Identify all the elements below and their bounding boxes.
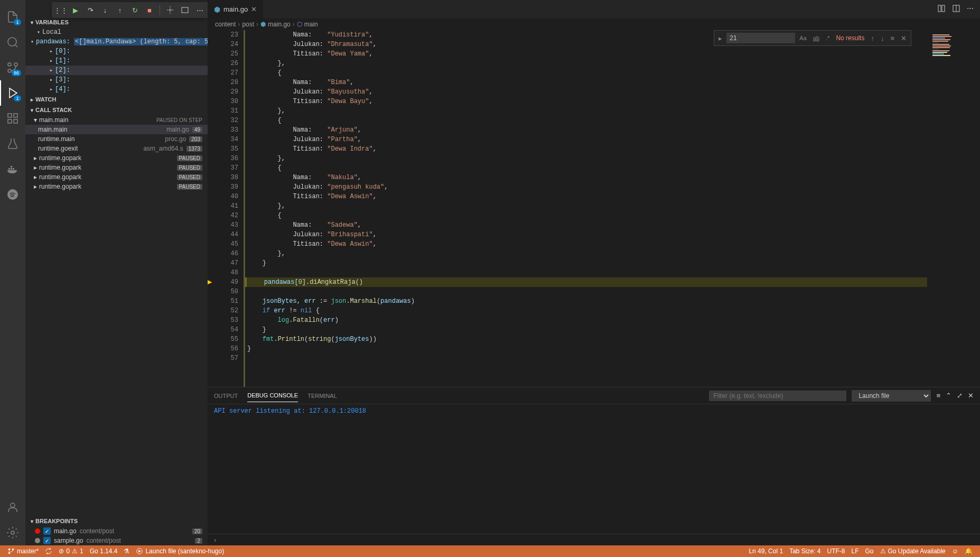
launch-config-select[interactable]: Launch file xyxy=(852,390,931,402)
tab-terminal[interactable]: TERMINAL xyxy=(307,389,337,402)
find-in-selection-icon[interactable]: ≡ xyxy=(888,33,897,43)
close-icon[interactable]: ✕ xyxy=(899,33,909,43)
variables-header[interactable]: ▾ VARIABLES xyxy=(25,17,208,27)
close-panel-icon[interactable]: ✕ xyxy=(968,392,974,400)
thread-item[interactable]: ▸runtime.goparkPAUSED xyxy=(25,172,208,182)
spotify-icon[interactable] xyxy=(0,182,25,207)
chevron-right-icon: › xyxy=(214,536,216,544)
var-item[interactable]: ▸[3]: xyxy=(25,75,208,85)
restart-button[interactable]: ↻ xyxy=(128,3,142,17)
breakpoint-checkbox[interactable]: ✓ xyxy=(43,527,51,535)
maximize-panel-icon[interactable]: ⤢ xyxy=(957,392,963,400)
callstack-header[interactable]: ▾ CALL STACK xyxy=(25,105,208,115)
cursor-position[interactable]: Ln 49, Col 1 xyxy=(745,547,786,555)
settings-gear-icon[interactable] xyxy=(0,520,25,545)
tab-main-go[interactable]: ⬢ main.go ✕ xyxy=(208,0,264,18)
repl-input-row[interactable]: › xyxy=(208,534,980,545)
debug-icon[interactable]: 1 xyxy=(0,80,25,106)
more-actions-icon[interactable]: ⋯ xyxy=(967,4,974,14)
next-match-icon[interactable]: ↓ xyxy=(879,33,886,43)
breadcrumb-segment[interactable]: main xyxy=(304,21,318,28)
eol[interactable]: LF xyxy=(848,547,862,555)
scope-local[interactable]: ▾ Local xyxy=(25,27,208,37)
editor-tabs: ⬢ main.go ✕ ⋯ xyxy=(208,0,980,18)
find-input[interactable] xyxy=(726,33,795,43)
svg-rect-5 xyxy=(8,114,12,117)
stop-button[interactable]: ■ xyxy=(143,3,156,17)
step-over-button[interactable]: ↷ xyxy=(83,3,97,17)
split-editor-icon[interactable] xyxy=(952,4,960,14)
stack-frame[interactable]: main.mainmain.go49 xyxy=(25,125,208,134)
watch-header[interactable]: ▸ WATCH xyxy=(25,94,208,105)
thread-item[interactable]: ▸runtime.goparkPAUSED xyxy=(25,153,208,163)
editor-body[interactable]: ▸ Aa ab .* No results ↑ ↓ ≡ ✕ ▶ 23242526… xyxy=(208,30,980,387)
breakpoint-path: content/post xyxy=(80,527,114,535)
extensions-icon[interactable] xyxy=(0,106,25,131)
clear-console-icon[interactable]: ≡ xyxy=(936,392,940,400)
match-case-icon[interactable]: Aa xyxy=(797,34,808,42)
tab-output[interactable]: OUTPUT xyxy=(214,389,238,402)
thread-item[interactable]: ▸runtime.goparkPAUSED xyxy=(25,163,208,172)
debug-settings-icon[interactable] xyxy=(163,3,177,17)
debug-toolbar: ⋮⋮ ▶ ↷ ↓ ↑ ↻ ■ ⋯ xyxy=(52,2,208,18)
source-control-icon[interactable]: 86 xyxy=(0,55,25,80)
breakpoint-item[interactable]: ✓main.gocontent/post20 xyxy=(25,526,208,536)
stack-frame[interactable]: runtime.mainproc.go203 xyxy=(25,134,208,144)
breakpoint-line: 20 xyxy=(192,528,202,534)
close-icon[interactable]: ✕ xyxy=(251,5,257,13)
prev-match-icon[interactable]: ↑ xyxy=(869,33,876,43)
test-icon[interactable] xyxy=(0,131,25,156)
drag-handle-icon[interactable]: ⋮⋮ xyxy=(54,3,68,17)
sync-button[interactable] xyxy=(42,547,55,555)
indentation[interactable]: Tab Size: 4 xyxy=(786,547,824,555)
var-item[interactable]: ▸[0]: xyxy=(25,47,208,56)
console-filter-input[interactable] xyxy=(709,391,846,401)
minimap[interactable] xyxy=(927,30,980,387)
continue-button[interactable]: ▶ xyxy=(69,3,82,17)
analysis-tools-icon[interactable]: ⚗ xyxy=(120,547,133,555)
chevron-right-icon: ▸ xyxy=(50,67,53,73)
language-mode[interactable]: Go xyxy=(862,547,877,555)
search-icon[interactable] xyxy=(0,30,25,55)
notifications-icon[interactable]: 🔔 xyxy=(962,547,976,555)
thread-item[interactable]: ▸runtime.goparkPAUSED xyxy=(25,182,208,191)
breadcrumb-segment[interactable]: content xyxy=(215,21,236,28)
breakpoint-item[interactable]: ✓sample.gocontent/post2 xyxy=(25,536,208,545)
step-out-button[interactable]: ↑ xyxy=(113,3,127,17)
stack-frame[interactable]: runtime.goexitasm_amd64.s1373 xyxy=(25,144,208,153)
compare-icon[interactable] xyxy=(937,4,946,14)
var-item[interactable]: ▸[2]: xyxy=(25,66,208,75)
docker-icon[interactable] xyxy=(0,156,25,182)
go-version[interactable]: Go 1.14.4 xyxy=(87,547,121,555)
problems-button[interactable]: ⊘0 ⚠1 xyxy=(55,547,86,555)
whole-word-icon[interactable]: ab xyxy=(811,34,822,42)
go-update[interactable]: ⚠ Go Update Available xyxy=(877,547,949,555)
chevron-right-icon[interactable]: ▸ xyxy=(716,33,724,43)
regex-icon[interactable]: .* xyxy=(824,34,832,42)
debug-launch-status[interactable]: Launch file (santekno-hugo) xyxy=(133,547,227,555)
var-item[interactable]: ▸[4]: xyxy=(25,85,208,94)
chevron-right-icon: › xyxy=(256,21,258,28)
step-into-button[interactable]: ↓ xyxy=(98,3,112,17)
var-pandawas[interactable]: ▾ pandawas: <[]main.Pandawa> (length: 5,… xyxy=(25,37,208,47)
svg-point-15 xyxy=(11,531,14,534)
tab-debug-console[interactable]: DEBUG CONSOLE xyxy=(247,389,298,402)
callstack-thread[interactable]: ▾main.main PAUSED ON STEP xyxy=(25,115,208,125)
breakpoints-header[interactable]: ▾ BREAKPOINTS xyxy=(25,516,208,526)
feedback-icon[interactable]: ☺ xyxy=(949,547,962,555)
breadcrumb-segment[interactable]: post xyxy=(242,21,254,28)
var-item[interactable]: ▸[1]: xyxy=(25,56,208,66)
breadcrumb[interactable]: content › post › ⬢ main.go › ⬡ main xyxy=(208,18,980,30)
thread-name: main.main xyxy=(39,116,68,124)
git-branch[interactable]: master* xyxy=(4,547,42,555)
collapse-panel-icon[interactable]: ⌃ xyxy=(946,392,951,400)
encoding[interactable]: UTF-8 xyxy=(824,547,848,555)
line-numbers: 2324252627282930313233343536373839404142… xyxy=(217,30,244,387)
breakpoint-checkbox[interactable]: ✓ xyxy=(43,537,51,544)
explorer-icon[interactable]: 1 xyxy=(0,4,25,30)
account-icon[interactable] xyxy=(0,495,25,520)
debug-console-icon[interactable] xyxy=(178,3,192,17)
breadcrumb-segment[interactable]: main.go xyxy=(268,21,291,28)
code-area[interactable]: Nama: "Yudistira", Julukan: "Dhramasuta"… xyxy=(244,30,927,387)
more-icon[interactable]: ⋯ xyxy=(193,3,207,17)
